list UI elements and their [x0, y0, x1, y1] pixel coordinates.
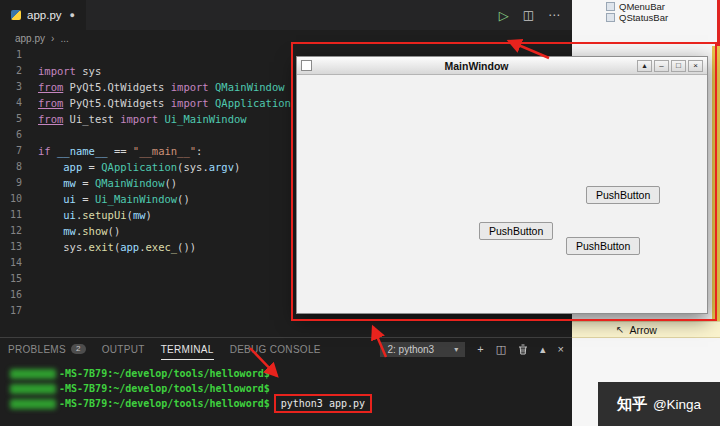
code-token	[38, 209, 63, 221]
code-text: app = QApplication(sys.argv)	[38, 159, 240, 175]
panel-tab-debug-console-label: DEBUG CONSOLE	[230, 344, 321, 355]
code-token: )	[234, 161, 240, 173]
bottom-panel: PROBLEMS2OUTPUTTERMINALDEBUG CONSOLE 2: …	[0, 337, 572, 426]
kill-terminal-icon[interactable]	[518, 344, 528, 355]
more-actions-button[interactable]: ⋯	[548, 8, 560, 22]
code-text: mw.show()	[38, 223, 120, 239]
tab-app-py[interactable]: app.py ●	[0, 0, 86, 30]
code-token	[38, 225, 63, 237]
code-token: show	[82, 225, 107, 237]
code-token	[38, 177, 63, 189]
qt-window-title: MainWindow	[316, 60, 637, 72]
terminal-prompt: -MS-7B79:~/develop/tools/helloword$	[59, 366, 270, 381]
line-number: 7	[0, 143, 22, 159]
more-actions-icon: ⋯	[548, 8, 560, 22]
code-token: QMainWindow	[209, 81, 285, 93]
line-number: 6	[0, 127, 22, 143]
watermark-user: @Kinga	[653, 397, 701, 412]
code-token: __name__	[57, 145, 108, 157]
code-token: ()	[177, 193, 190, 205]
object-item[interactable]: QStatusBar	[606, 12, 720, 23]
property-row-arrow[interactable]: ↖ Arrow	[572, 321, 720, 338]
code-token: ui	[63, 209, 76, 221]
watermark: 知乎 @Kinga	[598, 382, 720, 426]
code-token: mw	[133, 209, 146, 221]
code-text: mw = QMainWindow()	[38, 175, 177, 191]
qt-pushbutton[interactable]: PushButton	[479, 222, 553, 240]
modified-dot-icon[interactable]: ●	[70, 10, 75, 20]
breadcrumb-file[interactable]: app.py	[15, 33, 45, 44]
code-token: (sys.	[177, 161, 209, 173]
code-token: setupUi	[82, 209, 126, 221]
line-number: 16	[0, 287, 22, 303]
qt-window-controls: ▴–□×	[637, 60, 703, 72]
line-number: 4	[0, 95, 22, 111]
qt-pushbutton[interactable]: PushButton	[586, 186, 660, 204]
code-token: mw	[63, 177, 76, 189]
code-text: import sys	[38, 63, 101, 79]
line-number: 8	[0, 159, 22, 175]
breadcrumb[interactable]: app.py › ...	[0, 30, 572, 47]
code-token: Ui_MainWindow	[158, 113, 247, 125]
new-terminal-icon[interactable]: +	[477, 344, 483, 355]
qt-titlebar[interactable]: MainWindow ▴–□×	[297, 57, 707, 75]
code-token: app	[63, 161, 82, 173]
qt-shade-button[interactable]: ▴	[637, 60, 652, 72]
code-text: sys.exit(app.exec_())	[38, 239, 196, 255]
terminal-select[interactable]: 2: python3 ▾	[380, 342, 465, 357]
widget-icon	[606, 2, 615, 11]
code-token: app	[120, 241, 139, 253]
maximize-panel-icon[interactable]: ▴	[540, 344, 546, 355]
code-text: if __name__ == "__main__":	[38, 143, 202, 159]
breadcrumb-more[interactable]: ...	[60, 33, 68, 44]
line-number: 3	[0, 79, 22, 95]
split-editor-button[interactable]: ◫	[523, 8, 534, 22]
code-text: from PyQt5.QtWidgets import QApplication	[38, 95, 291, 111]
panel-tab-output[interactable]: OUTPUT	[102, 338, 145, 360]
code-token: PyQt5.QtWidgets	[63, 97, 170, 109]
run-icon: ▷	[499, 8, 509, 23]
qt-minimize-button[interactable]: –	[654, 60, 669, 72]
background-yellow-strip	[712, 46, 720, 321]
qt-maximize-button[interactable]: □	[671, 60, 686, 72]
code-token: ()	[108, 225, 121, 237]
code-token: ()	[164, 177, 177, 189]
panel-tab-problems[interactable]: PROBLEMS2	[8, 338, 86, 360]
code-text: ui = Ui_MainWindow()	[38, 191, 190, 207]
code-token: "__main__"	[133, 145, 196, 157]
qt-pushbutton[interactable]: PushButton	[566, 237, 640, 255]
line-number: 2	[0, 63, 22, 79]
chevron-down-icon: ▾	[454, 345, 458, 354]
panel-tab-problems-label: PROBLEMS	[8, 344, 66, 355]
line-number: 12	[0, 223, 22, 239]
code-token: QApplication	[101, 161, 177, 173]
redacted-blur	[10, 369, 56, 379]
code-token: sys.	[38, 241, 89, 253]
tab-label: app.py	[27, 9, 62, 21]
panel-tab-debug-console[interactable]: DEBUG CONSOLE	[230, 338, 321, 360]
terminal-prompt: -MS-7B79:~/develop/tools/helloword$	[59, 396, 270, 411]
redacted-blur	[10, 384, 56, 394]
panel-tab-terminal[interactable]: TERMINAL	[161, 338, 214, 360]
terminal-select-value: 2: python3	[387, 344, 434, 355]
panel-tab-terminal-label: TERMINAL	[161, 344, 214, 355]
code-text: ui.setupUi(mw)	[38, 207, 152, 223]
qt-app-icon	[301, 60, 312, 71]
code-token: :	[196, 145, 202, 157]
terminal-output[interactable]: -MS-7B79:~/develop/tools/helloword$-MS-7…	[0, 360, 572, 411]
close-panel-icon[interactable]: ×	[558, 344, 564, 355]
code-token: )	[146, 209, 152, 221]
code-token: =	[76, 193, 95, 205]
terminal-prompt: -MS-7B79:~/develop/tools/helloword$	[59, 381, 270, 396]
object-item[interactable]: QMenuBar	[606, 1, 720, 12]
qt-close-button[interactable]: ×	[688, 60, 703, 72]
run-button[interactable]: ▷	[499, 8, 509, 23]
code-token	[38, 161, 63, 173]
split-terminal-icon[interactable]: ◫	[496, 344, 506, 355]
editor-tab-bar: app.py ● ▷◫⋯	[0, 0, 572, 30]
terminal-command: python3 app.py	[274, 394, 372, 413]
code-token: ui	[63, 193, 76, 205]
line-number: 5	[0, 111, 22, 127]
property-value: Arrow	[629, 324, 656, 336]
code-token: Ui_MainWindow	[95, 193, 177, 205]
